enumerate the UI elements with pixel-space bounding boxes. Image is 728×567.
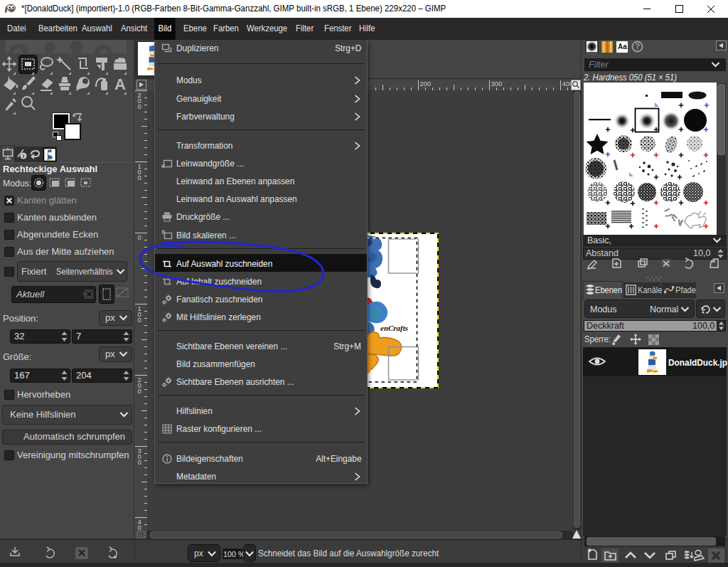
svg-text:300: 300: [138, 447, 141, 466]
svg-text:enCrafts: enCrafts: [380, 324, 408, 332]
svg-text:i: i: [23, 153, 24, 159]
svg-text:300: 300: [491, 80, 503, 88]
svg-text:200: 200: [138, 376, 141, 395]
svg-text:100: 100: [138, 162, 141, 181]
svg-text:200: 200: [138, 91, 141, 110]
svg-text:A: A: [114, 75, 126, 93]
svg-text:?: ?: [635, 42, 640, 51]
svg-text:100: 100: [138, 304, 141, 324]
svg-text:200: 200: [420, 80, 432, 88]
